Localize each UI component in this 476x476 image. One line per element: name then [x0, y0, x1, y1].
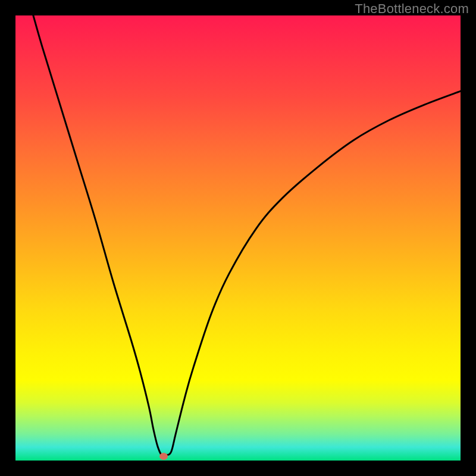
watermark-text: TheBottleneck.com [355, 1, 469, 17]
chart-frame [0, 0, 476, 476]
